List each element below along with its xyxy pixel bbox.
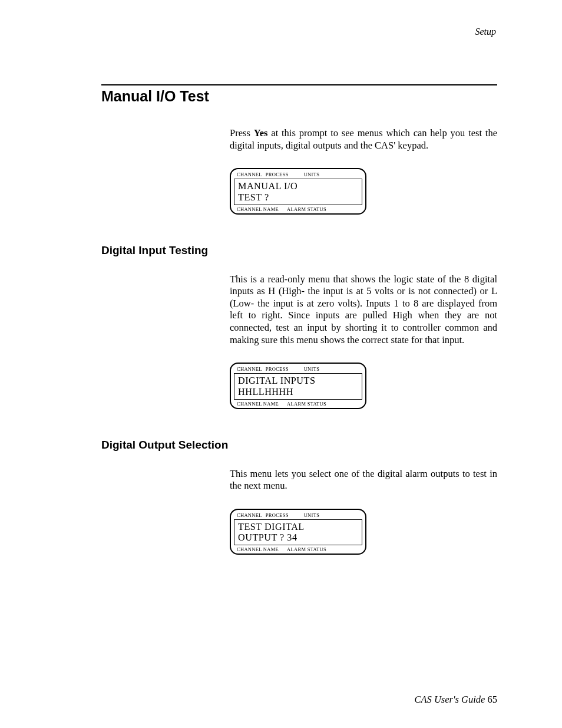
lcd-core-1: MANUAL I/O TEST ? [234, 179, 362, 205]
intro-paragraph: Press Yes at this prompt to see menus wh… [230, 127, 497, 151]
lcd-top-units: UNITS [304, 366, 320, 372]
page-header-right: Setup [101, 27, 497, 37]
lcd-display-2: CHANNEL PROCESS UNITS DIGITAL INPUTS HHL… [230, 363, 366, 409]
intro-post: at this prompt to see menus which can he… [230, 127, 497, 151]
footer-text: CAS User's Guide [414, 694, 487, 705]
lcd-display-1: CHANNEL PROCESS UNITS MANUAL I/O TEST ? … [230, 168, 366, 214]
section-rule [101, 84, 497, 85]
lcd-display-3: CHANNEL PROCESS UNITS TEST DIGITAL OUTPU… [230, 509, 366, 555]
lcd-top-process: PROCESS [266, 366, 289, 372]
lcd-top-channel: CHANNEL [237, 512, 262, 518]
lcd-bot-alarm: ALARM STATUS [287, 401, 326, 407]
lcd-top-labels: CHANNEL PROCESS UNITS [231, 512, 365, 518]
lcd-core-2: DIGITAL INPUTS HHLLHHHH [234, 373, 362, 399]
lcd-top-units: UNITS [304, 512, 320, 518]
lcd-bot-alarm: ALARM STATUS [287, 546, 326, 552]
lcd-top-labels: CHANNEL PROCESS UNITS [231, 172, 365, 177]
lcd1-line1: MANUAL I/O [238, 181, 358, 192]
footer-page-number: 65 [488, 694, 498, 705]
lcd-bot-name: CHANNEL NAME [237, 401, 279, 407]
section-title: Manual I/O Test [101, 88, 497, 105]
lcd-bot-labels: CHANNEL NAME ALARM STATUS [231, 206, 365, 212]
lcd-bot-labels: CHANNEL NAME ALARM STATUS [231, 546, 365, 552]
subsection-title-1: Digital Input Testing [101, 244, 497, 257]
lcd-bot-alarm: ALARM STATUS [287, 206, 326, 212]
subsection-title-2: Digital Output Selection [101, 439, 497, 452]
lcd-top-process: PROCESS [266, 512, 289, 518]
lcd3-line2: OUTPUT ? 34 [238, 532, 358, 543]
lcd-top-channel: CHANNEL [237, 366, 262, 372]
lcd-top-process: PROCESS [266, 172, 289, 177]
lcd2-line1: DIGITAL INPUTS [238, 375, 358, 387]
lcd3-line1: TEST DIGITAL [238, 522, 358, 533]
lcd-top-channel: CHANNEL [237, 172, 262, 177]
lcd-top-labels: CHANNEL PROCESS UNITS [231, 366, 365, 372]
lcd-bot-labels: CHANNEL NAME ALARM STATUS [231, 401, 365, 407]
page-footer: CAS User's Guide 65 [414, 694, 497, 706]
lcd-bot-name: CHANNEL NAME [237, 206, 279, 212]
lcd-bot-name: CHANNEL NAME [237, 546, 279, 552]
intro-bold: Yes [254, 127, 268, 139]
lcd-top-units: UNITS [304, 172, 320, 177]
lcd1-line2: TEST ? [238, 192, 358, 203]
sub2-paragraph: This menu lets you select one of the dig… [230, 468, 497, 492]
intro-pre: Press [230, 127, 254, 139]
lcd2-line2: HHLLHHHH [238, 387, 358, 398]
sub1-paragraph: This is a read-only menu that shows the … [230, 274, 497, 347]
lcd-core-3: TEST DIGITAL OUTPUT ? 34 [234, 519, 362, 545]
